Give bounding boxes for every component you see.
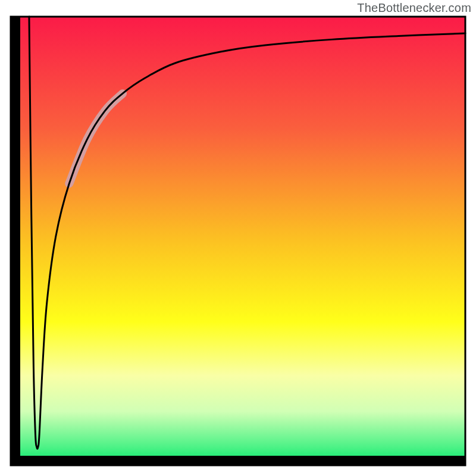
bottleneck-chart bbox=[0, 0, 476, 476]
chart-svg bbox=[0, 0, 476, 476]
attribution-text: TheBottlenecker.com bbox=[357, 1, 471, 15]
y-axis-bar bbox=[11, 17, 20, 465]
chart-gradient-bg bbox=[11, 17, 465, 465]
x-axis-bar bbox=[11, 456, 465, 465]
